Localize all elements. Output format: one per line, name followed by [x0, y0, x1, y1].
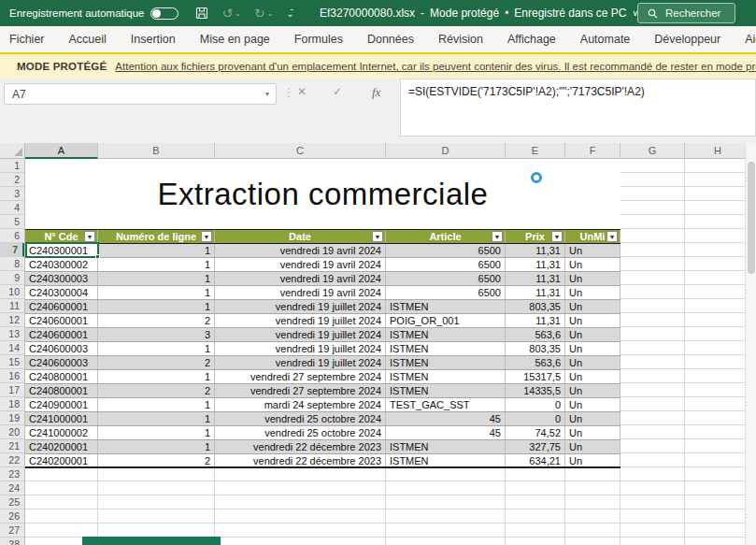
row-header-16[interactable]: 16: [0, 369, 24, 383]
filter-dropdown-icon[interactable]: ▼: [201, 231, 212, 242]
vertical-scrollbar[interactable]: [745, 143, 756, 545]
row-header-28[interactable]: 28: [0, 538, 24, 545]
table-cell[interactable]: 11,31: [506, 286, 565, 299]
customize-toolbar-icon[interactable]: ⌄̄: [286, 8, 293, 19]
row-header-1[interactable]: 1: [0, 159, 24, 173]
table-cell[interactable]: 45: [386, 412, 506, 425]
column-header-f[interactable]: F: [565, 143, 620, 159]
tab-r-vision[interactable]: Révision: [426, 26, 495, 52]
table-header-prix[interactable]: Prix▼: [506, 230, 565, 243]
row-header-27[interactable]: 27: [0, 523, 24, 538]
row-header-14[interactable]: 14: [0, 341, 24, 355]
table-cell[interactable]: TEST_GAC_SST: [386, 398, 506, 411]
table-cell[interactable]: vendredi 27 septembre 2024: [215, 384, 386, 397]
table-cell[interactable]: ISTMEN: [386, 454, 506, 466]
table-cell[interactable]: vendredi 25 octobre 2024: [215, 412, 386, 425]
table-cell[interactable]: C240300003: [25, 272, 98, 285]
tab-mise-en-page[interactable]: Mise en page: [188, 26, 282, 52]
table-cell[interactable]: vendredi 22 décembre 2023: [215, 454, 386, 466]
table-cell[interactable]: 1: [98, 398, 215, 411]
table-cell[interactable]: vendredi 19 juillet 2024: [215, 342, 386, 355]
row-header-2[interactable]: 2: [0, 173, 24, 187]
row-header-3[interactable]: 3: [0, 187, 24, 201]
tab-affichage[interactable]: Affichage: [495, 26, 568, 52]
table-cell[interactable]: 6500: [386, 244, 506, 257]
table-cell[interactable]: C240300004: [25, 286, 98, 299]
cancel-icon[interactable]: ✕: [297, 85, 307, 98]
table-cell[interactable]: Un: [565, 398, 620, 411]
table-cell[interactable]: vendredi 19 avril 2024: [215, 258, 386, 271]
save-icon[interactable]: [195, 7, 208, 20]
table-cell[interactable]: 563,6: [506, 328, 565, 341]
table-cell[interactable]: 1: [98, 426, 215, 439]
table-cell[interactable]: C240200001: [25, 440, 98, 453]
column-header-b[interactable]: B: [98, 143, 215, 159]
scrollbar-thumb[interactable]: [748, 162, 755, 274]
filter-dropdown-icon[interactable]: ▼: [551, 231, 563, 242]
row-header-4[interactable]: 4: [0, 201, 24, 215]
undo-icon[interactable]: ↺⌄: [221, 6, 240, 21]
table-cell[interactable]: vendredi 25 octobre 2024: [215, 426, 386, 439]
filter-dropdown-icon[interactable]: ▼: [372, 231, 383, 242]
sheet-title-cell[interactable]: Extraction commerciale: [25, 159, 620, 229]
row-header-18[interactable]: 18: [0, 397, 24, 411]
table-cell[interactable]: C240600003: [25, 342, 98, 355]
table-cell[interactable]: 74,52: [506, 426, 565, 439]
table-cell[interactable]: 15317,5: [506, 370, 565, 383]
table-cell[interactable]: Un: [565, 440, 620, 453]
table-cell[interactable]: C240800001: [25, 370, 98, 383]
filter-dropdown-icon[interactable]: ▼: [606, 231, 618, 242]
row-header-10[interactable]: 10: [0, 285, 24, 299]
table-cell[interactable]: 0: [506, 398, 565, 411]
table-cell[interactable]: C240200001: [25, 454, 98, 466]
table-cell[interactable]: 6500: [386, 286, 506, 299]
table-cell[interactable]: vendredi 19 juillet 2024: [215, 328, 386, 341]
table-cell[interactable]: C240600001: [25, 314, 98, 327]
column-header-d[interactable]: D: [386, 143, 506, 159]
table-cell[interactable]: C241000001: [25, 412, 98, 425]
table-cell[interactable]: ISTMEN: [386, 328, 506, 341]
row-header-19[interactable]: 19: [0, 411, 24, 425]
table-cell[interactable]: 1: [98, 440, 215, 453]
row-header-8[interactable]: 8: [0, 257, 24, 271]
table-cell[interactable]: vendredi 19 juillet 2024: [215, 314, 386, 327]
tab-d-veloppeur[interactable]: Développeur: [642, 26, 733, 52]
table-cell[interactable]: 1: [98, 300, 215, 313]
table-cell[interactable]: 2: [98, 356, 215, 369]
table-cell[interactable]: Un: [565, 454, 620, 466]
table-cell[interactable]: 634,21: [506, 454, 565, 466]
table-cell[interactable]: Un: [565, 426, 620, 439]
name-box-caret-icon[interactable]: ▾: [265, 90, 269, 98]
filter-dropdown-icon[interactable]: ▼: [492, 231, 503, 242]
table-cell[interactable]: 6500: [386, 272, 506, 285]
row-header-5[interactable]: 5: [0, 215, 24, 229]
table-cell[interactable]: 327,75: [506, 440, 565, 453]
table-cell[interactable]: Un: [565, 314, 620, 327]
name-box[interactable]: A7 ▾: [4, 83, 277, 105]
table-cell[interactable]: C240600001: [25, 300, 98, 313]
table-cell[interactable]: 803,35: [506, 342, 565, 355]
table-cell[interactable]: Un: [565, 384, 620, 397]
table-cell[interactable]: C241000002: [25, 426, 98, 439]
table-cell[interactable]: C240300002: [25, 258, 98, 271]
row-header-6[interactable]: 6: [0, 229, 24, 243]
row-header-12[interactable]: 12: [0, 313, 24, 327]
table-cell[interactable]: 1: [98, 258, 215, 271]
formula-input[interactable]: =SI(ESTVIDE('7173C5IP'!A2);"";'7173C5IP'…: [400, 79, 756, 136]
table-cell[interactable]: 11,31: [506, 272, 565, 285]
table-cell[interactable]: 3: [98, 328, 215, 341]
tab-automate[interactable]: Automate: [568, 26, 643, 52]
table-cell[interactable]: 1: [98, 272, 215, 285]
tab-aide[interactable]: Aide: [733, 26, 756, 52]
table-cell[interactable]: 563,6: [506, 356, 565, 369]
table-cell[interactable]: 2: [98, 454, 215, 466]
table-cell[interactable]: 1: [98, 286, 215, 299]
table-header-unmi[interactable]: UnMi▼: [565, 230, 620, 243]
row-header-26[interactable]: 26: [0, 509, 24, 523]
column-header-g[interactable]: G: [620, 143, 685, 159]
column-header-a[interactable]: A: [25, 143, 98, 159]
table-cell[interactable]: 1: [98, 412, 215, 425]
table-cell[interactable]: C240600003: [25, 356, 98, 369]
row-header-25[interactable]: 25: [0, 495, 24, 509]
enter-icon[interactable]: ✓: [333, 85, 342, 98]
